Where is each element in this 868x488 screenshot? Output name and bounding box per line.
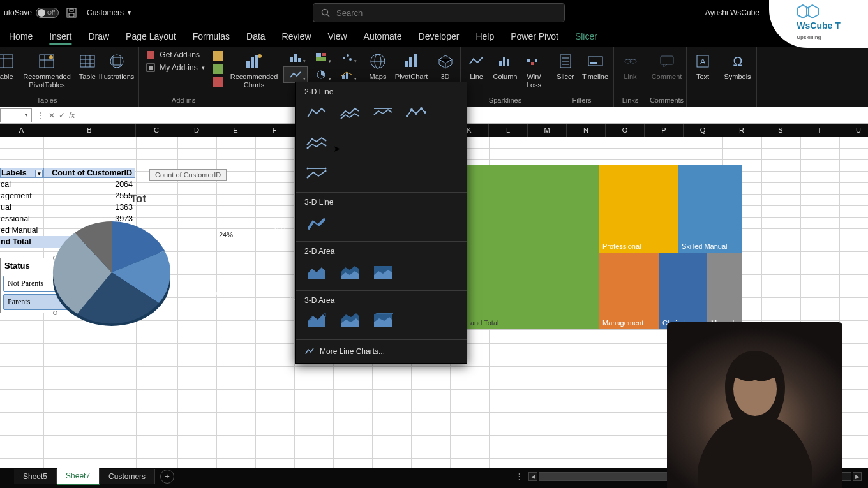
- column-header[interactable]: F: [255, 124, 294, 137]
- column-header[interactable]: R: [722, 124, 761, 137]
- 100-stacked-area-option[interactable]: [370, 261, 396, 284]
- symbols-button[interactable]: ΩSymbols: [721, 50, 753, 82]
- column-header[interactable]: N: [567, 124, 606, 137]
- scroll-right-button[interactable]: ▶: [853, 472, 862, 481]
- column-header[interactable]: Q: [684, 124, 722, 137]
- maps-button[interactable]: Maps: [365, 50, 391, 82]
- scroll-options-icon[interactable]: ⋮: [511, 471, 527, 481]
- filter-dropdown-icon[interactable]: ▾: [35, 170, 43, 177]
- tab-help[interactable]: Help: [468, 27, 502, 46]
- chart-field-button[interactable]: Count of CustomerID: [149, 169, 227, 181]
- column-header[interactable]: T: [800, 124, 839, 137]
- file-name-dropdown[interactable]: Customers ▼: [87, 8, 132, 17]
- save-icon[interactable]: [65, 6, 78, 19]
- chart-pie-button[interactable]: ▾: [309, 66, 333, 83]
- sparkline-column-button[interactable]: Column: [491, 50, 520, 82]
- chart-stat-button[interactable]: ▾: [334, 48, 359, 65]
- 3d-area-option[interactable]: [303, 310, 330, 333]
- fx-icon[interactable]: fx: [69, 111, 75, 120]
- stacked-line-markers-option[interactable]: [303, 131, 330, 154]
- sheet-tab-active[interactable]: Sheet7: [57, 468, 100, 485]
- pivot-cell[interactable]: cal: [0, 180, 43, 189]
- chart-line-button[interactable]: ▾: [283, 66, 308, 83]
- slicer-button[interactable]: Slicer: [553, 50, 578, 82]
- my-addins-button[interactable]: My Add-ins▾: [146, 63, 204, 73]
- comment-button[interactable]: Comment: [649, 50, 685, 82]
- chart-title[interactable]: Tot: [130, 193, 146, 205]
- column-header[interactable]: D: [177, 124, 216, 137]
- 100-stacked-line-option[interactable]: [370, 101, 396, 124]
- addin-icon-1[interactable]: [213, 51, 223, 61]
- 3d-button[interactable]: 3D: [433, 50, 458, 82]
- pivotchart-button[interactable]: PivotChart: [393, 50, 430, 82]
- pivot-cell[interactable]: 2555: [43, 191, 135, 200]
- 100-stacked-line-markers-option[interactable]: [303, 163, 330, 186]
- pivot-cell[interactable]: ual: [0, 203, 43, 212]
- tab-developer[interactable]: Developer: [411, 27, 467, 46]
- scroll-left-button[interactable]: ◀: [528, 472, 537, 481]
- column-header[interactable]: S: [761, 124, 800, 137]
- addin-icon-2[interactable]: [213, 64, 223, 74]
- sparkline-line-button[interactable]: Line: [464, 50, 490, 82]
- user-name[interactable]: Ayushi WsCube: [705, 8, 760, 17]
- pivot-cell[interactable]: 1363: [43, 203, 135, 212]
- illustrations-button[interactable]: Illustrations: [96, 50, 137, 82]
- tab-insert[interactable]: Insert: [41, 27, 79, 46]
- recommended-charts-button[interactable]: Recommended Charts: [228, 50, 281, 91]
- stacked-line-option[interactable]: [336, 101, 363, 124]
- tab-page-layout[interactable]: Page Layout: [118, 27, 184, 46]
- pivot-row-header[interactable]: Labels▾: [0, 168, 43, 178]
- cancel-icon[interactable]: ✕: [49, 111, 55, 120]
- chart-hier-button[interactable]: ▾: [309, 48, 333, 65]
- tab-formulas[interactable]: Formulas: [185, 27, 237, 46]
- column-header[interactable]: O: [606, 124, 645, 137]
- tab-home[interactable]: Home: [1, 27, 40, 46]
- pivot-cell[interactable]: ed Manual: [0, 226, 43, 235]
- line-markers-option[interactable]: [403, 101, 430, 124]
- pivot-cell[interactable]: essional: [0, 214, 43, 223]
- tab-review[interactable]: Review: [274, 27, 319, 46]
- column-header[interactable]: A: [0, 124, 43, 137]
- chart-col-button[interactable]: ▾: [283, 48, 308, 65]
- sparkline-winloss-button[interactable]: Win/ Loss: [521, 50, 546, 91]
- name-box[interactable]: ▼: [0, 108, 32, 122]
- pivot-cell[interactable]: 2064: [43, 180, 135, 189]
- link-button[interactable]: Link: [618, 50, 643, 82]
- column-header[interactable]: U: [839, 124, 868, 137]
- area-option[interactable]: [303, 261, 330, 284]
- get-addins-button[interactable]: Get Add-ins: [146, 50, 204, 60]
- column-header[interactable]: E: [216, 124, 255, 137]
- 3d-line-option[interactable]: [303, 212, 330, 235]
- tab-view[interactable]: View: [320, 27, 355, 46]
- column-header[interactable]: L: [489, 124, 528, 137]
- enter-icon[interactable]: ✓: [59, 111, 65, 120]
- search-box[interactable]: [313, 3, 565, 22]
- treemap-chart[interactable]: Professional Skilled Manual and Total Ma…: [466, 165, 742, 330]
- tab-power-pivot[interactable]: Power Pivot: [503, 27, 566, 46]
- chart-combo-button[interactable]: ▾: [334, 66, 359, 83]
- column-header[interactable]: P: [645, 124, 684, 137]
- tab-data[interactable]: Data: [239, 27, 273, 46]
- column-header[interactable]: C: [136, 124, 177, 137]
- timeline-button[interactable]: Timeline: [580, 50, 611, 82]
- tab-automate[interactable]: Automate: [356, 27, 410, 46]
- addin-icon-3[interactable]: [213, 77, 223, 87]
- expand-icon[interactable]: ⋮: [37, 111, 45, 120]
- toggle-switch[interactable]: Off: [36, 8, 59, 18]
- recommended-pivot-button[interactable]: Recommended PivotTables: [20, 50, 73, 91]
- column-header[interactable]: M: [528, 124, 567, 137]
- text-button[interactable]: AText: [690, 50, 715, 82]
- pivot-table-button[interactable]: able: [0, 50, 19, 82]
- autosave-toggle[interactable]: utoSave Off: [4, 8, 59, 18]
- pivot-cell[interactable]: agement: [0, 191, 43, 200]
- sheet-tab[interactable]: Customers: [100, 469, 155, 484]
- 3d-stacked-area-option[interactable]: [336, 310, 363, 333]
- add-sheet-button[interactable]: +: [160, 470, 174, 484]
- column-header[interactable]: B: [43, 124, 136, 137]
- sheet-tab[interactable]: Sheet5: [14, 469, 57, 484]
- tab-draw[interactable]: Draw: [80, 27, 117, 46]
- stacked-area-option[interactable]: [336, 261, 363, 284]
- more-line-charts-button[interactable]: More Line Charts...: [296, 340, 467, 363]
- 3d-100-stacked-area-option[interactable]: [370, 310, 396, 333]
- line-chart-option[interactable]: [303, 101, 330, 124]
